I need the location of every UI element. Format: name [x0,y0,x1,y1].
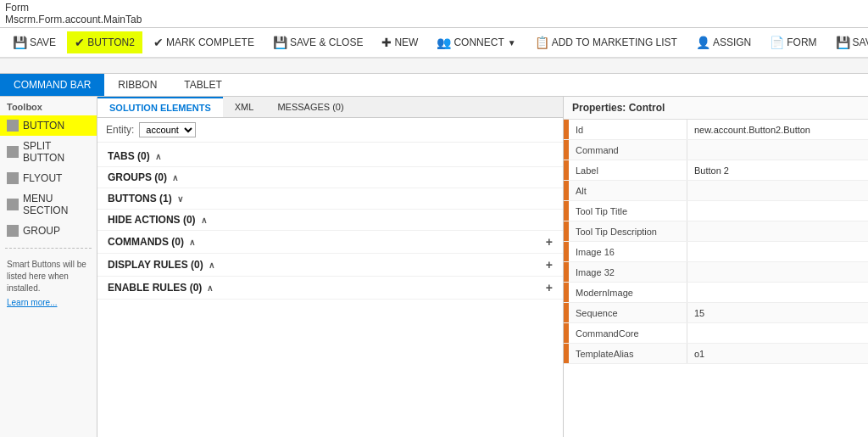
prop-value[interactable] [687,201,868,221]
chevron-icon: ∧ [201,216,207,225]
toolbox-item-button[interactable]: BUTTON [0,115,97,136]
property-row: Label Button 2 [564,160,868,181]
new-label: NEW [394,36,418,48]
property-row: Image 32 [564,262,868,283]
property-row: Tool Tip Title [564,201,868,221]
prop-label: Tool Tip Description [569,221,687,241]
toolbox-items: BUTTON SPLIT BUTTON FLYOUT MENU SECTION … [0,115,97,241]
toolbox-item-split-button[interactable]: SPLIT BUTTON [0,136,97,168]
save-close-icon: 💾 [273,36,287,49]
add-icon[interactable]: + [546,258,553,272]
save-close-label: SAVE & CLOSE [290,36,363,48]
prop-value[interactable] [687,323,868,343]
ribbon-btn-save-new[interactable]: 💾 SAVE & NEW [828,31,868,53]
toolbox-item-group[interactable]: GROUP [0,221,97,241]
prop-label: TemplateAlias [569,344,687,363]
ribbon-btn-button2[interactable]: ✔ BUTTON2 [67,31,142,53]
add-marketing-label: ADD TO MARKETING LIST [552,36,677,48]
toolbox-item-label: MENU SECTION [23,193,90,216]
section-hide-actions[interactable]: HIDE ACTIONS (0) ∧ [97,210,563,231]
toolbox-item-menu-section[interactable]: MENU SECTION [0,188,97,221]
center-tab-messages[interactable]: MESSAGES (0) [265,98,355,116]
toolbox-item-flyout[interactable]: FLYOUT [0,168,97,188]
ribbon-btn-connect[interactable]: 👥 CONNECT ▼ [429,31,523,53]
app-form-label: Form [5,2,29,14]
group-icon [7,225,19,237]
mark-complete-label: MARK COMPLETE [166,36,254,48]
form-icon: 📄 [770,36,784,49]
property-row: Tool Tip Description [564,221,868,242]
add-icon[interactable]: + [546,281,553,294]
toolbox-title: Toolbox [0,97,97,115]
add-icon[interactable]: + [546,235,553,249]
section-buttons[interactable]: BUTTONS (1) ∨ [97,188,563,210]
chevron-icon: ∧ [155,152,161,161]
ribbon-btn-add-marketing[interactable]: 📋 ADD TO MARKETING LIST [527,31,685,53]
app-form-path: Mscrm.Form.account.MainTab [5,14,142,25]
property-row: Command [564,140,868,160]
ribbon-btn-form[interactable]: 📄 FORM [762,31,824,53]
save-new-label: SAVE & NEW [853,36,868,48]
section-label: GROUPS (0) [108,171,167,183]
prop-value[interactable]: 15 [687,303,868,322]
center-tabs: SOLUTION ELEMENTSXMLMESSAGES (0) [97,97,563,118]
prop-value[interactable] [687,242,868,261]
center-tab-solution-elements[interactable]: SOLUTION ELEMENTS [97,97,223,117]
prop-value[interactable] [687,283,868,302]
section-label: HIDE ACTIONS (0) [108,214,196,226]
main-tab-command-bar[interactable]: COMMAND BAR [0,74,104,96]
property-row: TemplateAlias o1 [564,344,868,364]
section-commands[interactable]: COMMANDS (0) ∧ + [97,231,563,254]
chevron-icon: ∧ [172,173,178,182]
toolbox-panel: Toolbox BUTTON SPLIT BUTTON FLYOUT MENU … [0,97,97,437]
center-tab-xml[interactable]: XML [223,98,266,116]
prop-value[interactable] [687,221,868,241]
main-tab-selector: COMMAND BARRIBBONTABLET [0,74,868,97]
ribbon-toolbar: 💾 SAVE ✔ BUTTON2 ✔ MARK COMPLETE 💾 SAVE … [0,28,868,59]
split-button-icon [7,146,19,158]
section-display-rules[interactable]: DISPLAY RULES (0) ∧ + [97,254,563,277]
prop-value[interactable]: new.account.Button2.Button [687,120,868,139]
ribbon-btn-new[interactable]: ✚ NEW [374,31,426,53]
entity-select[interactable]: account [139,122,196,137]
section-tabs[interactable]: TABS (0) ∧ [97,146,563,167]
section-label: BUTTONS (1) [108,193,172,204]
prop-label: Tool Tip Title [569,201,687,221]
prop-value[interactable] [687,181,868,200]
save-label: SAVE [30,36,56,48]
prop-value[interactable]: Button 2 [687,160,868,180]
center-panel: SOLUTION ELEMENTSXMLMESSAGES (0) Entity:… [97,97,563,437]
toolbox-note: Smart Buttons will be listed here when i… [0,255,97,298]
toolbox-item-label: SPLIT BUTTON [23,140,90,164]
section-enable-rules[interactable]: ENABLE RULES (0) ∧ + [97,277,563,300]
button2-icon: ✔ [75,36,85,49]
section-groups[interactable]: GROUPS (0) ∧ [97,167,563,188]
main-tab-ribbon[interactable]: RIBBON [104,74,170,96]
section-list: TABS (0) ∧ GROUPS (0) ∧ BUTTONS (1) ∨ HI… [97,143,563,437]
ribbon-btn-assign[interactable]: 👤 ASSIGN [688,31,759,53]
connect-icon: 👥 [437,36,451,49]
ribbon-btn-save[interactable]: 💾 SAVE [5,31,64,53]
section-label: COMMANDS (0) [108,236,184,248]
button-icon [7,120,19,132]
menu-section-icon [7,199,19,210]
properties-table: Id new.account.Button2.Button Command La… [564,120,868,437]
property-row: Id new.account.Button2.Button [564,120,868,140]
main-tab-tablet[interactable]: TABLET [170,74,235,96]
new-icon: ✚ [381,36,392,49]
prop-value[interactable] [687,140,868,160]
ribbon-btn-save-close[interactable]: 💾 SAVE & CLOSE [265,31,370,53]
prop-value[interactable]: o1 [687,344,868,363]
ribbon-btn-mark-complete[interactable]: ✔ MARK COMPLETE [146,31,262,53]
save-new-icon: 💾 [836,36,850,49]
assign-icon: 👤 [696,36,710,49]
prop-label: CommandCore [569,323,687,343]
scroll-track [0,59,868,73]
prop-label: Image 16 [569,242,687,261]
horizontal-scrollbar[interactable] [0,59,868,74]
prop-value[interactable] [687,262,868,282]
toolbox-learn-more-link[interactable]: Learn more... [0,298,97,307]
button2-label: BUTTON2 [87,36,135,48]
entity-label: Entity: [106,124,134,136]
save-icon: 💾 [13,36,27,49]
